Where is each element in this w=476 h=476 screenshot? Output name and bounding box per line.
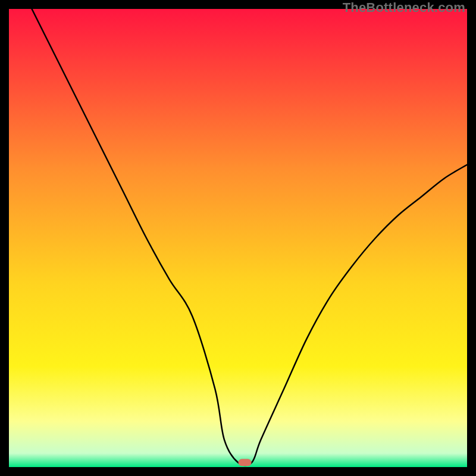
gradient-background: [9, 9, 467, 467]
watermark-text: TheBottleneck.com: [343, 0, 465, 15]
optimal-marker: [239, 459, 252, 466]
bottleneck-chart: [9, 9, 467, 467]
chart-frame: [9, 9, 467, 467]
